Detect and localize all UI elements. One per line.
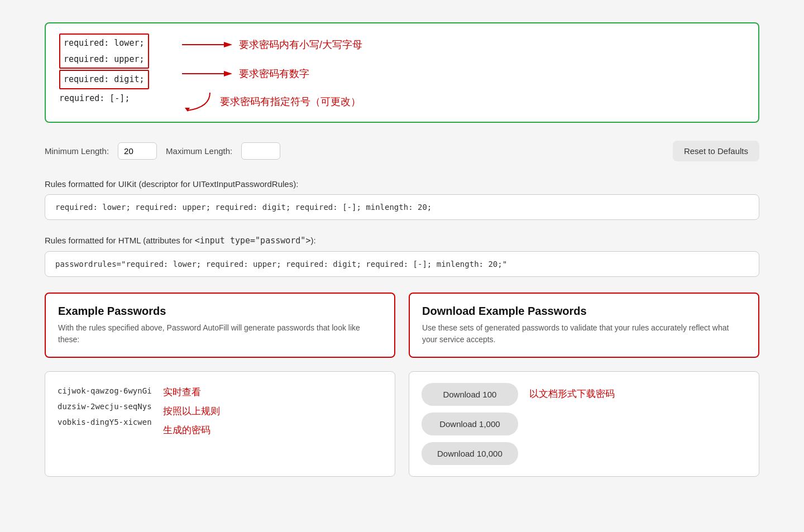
html-section: Rules formatted for HTML (attributes for… bbox=[45, 236, 759, 277]
annotation-diagram: required: lower; required: upper; requir… bbox=[45, 22, 759, 123]
line1: required: lower; bbox=[64, 38, 145, 48]
svg-marker-3 bbox=[224, 71, 232, 76]
example-passwords-title: Example Passwords bbox=[58, 305, 382, 318]
password-item-2: duzsiw-2wecju-seqNys bbox=[58, 399, 152, 414]
feature-cards-row: Example Passwords With the rules specifi… bbox=[45, 293, 759, 358]
password-list-box: cijwok-qawzog-6wynGi duzsiw-2wecju-seqNy… bbox=[45, 371, 395, 477]
bottom-panels-row: cijwok-qawzog-6wynGi duzsiw-2wecju-seqNy… bbox=[45, 371, 759, 477]
example-passwords-description: With the rules specified above, Password… bbox=[58, 322, 382, 346]
uikit-rules-box: required: lower; required: upper; requir… bbox=[45, 194, 759, 220]
min-length-label: Minimum Length: bbox=[45, 146, 109, 156]
download-box: Download 100 Download 1,000 Download 10,… bbox=[409, 371, 759, 477]
svg-marker-1 bbox=[224, 42, 232, 47]
required-lower-upper-box: required: lower; required: upper; bbox=[59, 33, 149, 69]
svg-marker-4 bbox=[185, 108, 190, 112]
uikit-rules-value: required: lower; required: upper; requir… bbox=[55, 203, 432, 212]
line2: required: upper; bbox=[64, 54, 145, 64]
download-100-button[interactable]: Download 100 bbox=[422, 383, 518, 406]
html-rules-value: passwordrules="required: lower; required… bbox=[55, 260, 507, 269]
download-card-title: Download Example Passwords bbox=[422, 305, 746, 318]
example-passwords-card: Example Passwords With the rules specifi… bbox=[45, 293, 395, 358]
max-length-label: Maximum Length: bbox=[166, 146, 232, 156]
download-card: Download Example Passwords Use these set… bbox=[409, 293, 759, 358]
required-digit-box: required: digit; bbox=[59, 70, 149, 89]
arrow-down-left-icon bbox=[182, 92, 216, 112]
password-item-3: vobkis-dingY5-xicwen bbox=[58, 414, 152, 430]
html-label: Rules formatted for HTML (attributes for… bbox=[45, 236, 759, 246]
arrow-right-1-icon bbox=[182, 39, 232, 50]
uikit-label: Rules formatted for UIKit (descriptor fo… bbox=[45, 179, 759, 189]
arrow-right-2-icon bbox=[182, 68, 232, 79]
password-list: cijwok-qawzog-6wynGi duzsiw-2wecju-seqNy… bbox=[58, 383, 152, 430]
download-10000-button[interactable]: Download 10,000 bbox=[422, 442, 518, 465]
html-rules-box: passwordrules="required: lower; required… bbox=[45, 251, 759, 277]
password-annotation: 实时查看按照以上规则生成的密码 bbox=[163, 383, 220, 440]
uikit-section: Rules formatted for UIKit (descriptor fo… bbox=[45, 179, 759, 220]
download-annotation: 以文档形式下载密码 bbox=[529, 387, 615, 400]
download-card-description: Use these sets of generated passwords to… bbox=[422, 322, 746, 346]
line3: required: digit; bbox=[64, 74, 145, 84]
length-row: Minimum Length: Maximum Length: Reset to… bbox=[45, 141, 759, 161]
download-1000-button[interactable]: Download 1,000 bbox=[422, 413, 518, 435]
annotation-digit: 要求密码有数字 bbox=[239, 67, 309, 80]
password-item-1: cijwok-qawzog-6wynGi bbox=[58, 383, 152, 399]
min-length-input[interactable] bbox=[118, 142, 157, 160]
line4: required: [-]; bbox=[59, 93, 130, 103]
max-length-input[interactable] bbox=[241, 142, 280, 160]
html-input-tag: <input type="password"> bbox=[195, 236, 311, 246]
annotation-special: 要求密码有指定符号（可更改） bbox=[220, 95, 361, 108]
reset-defaults-button[interactable]: Reset to Defaults bbox=[673, 141, 759, 161]
download-buttons-group: Download 100 Download 1,000 Download 10,… bbox=[422, 383, 518, 465]
annotation-lower-upper: 要求密码内有小写/大写字母 bbox=[239, 38, 362, 51]
